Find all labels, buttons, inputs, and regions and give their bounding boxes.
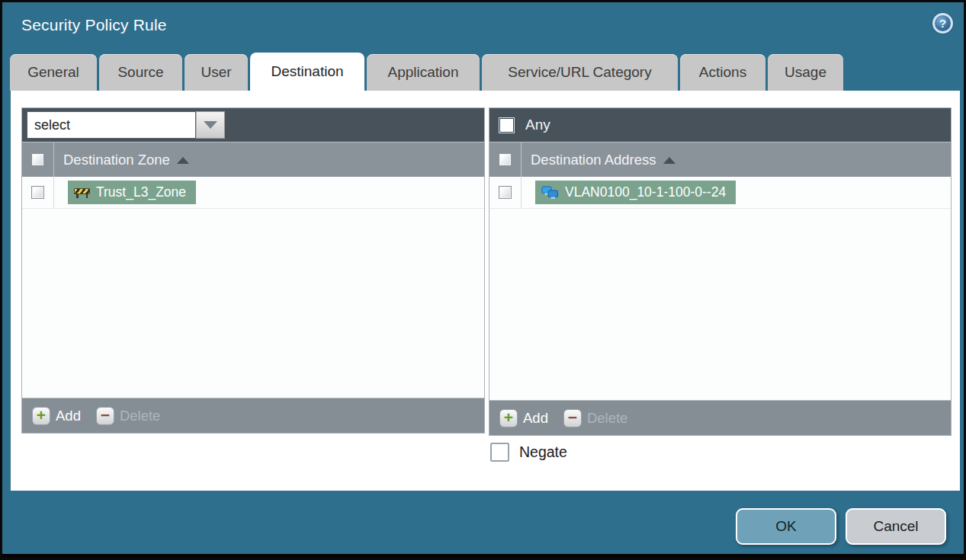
zone-select-all-checkbox[interactable] (31, 153, 44, 166)
negate-checkbox[interactable] (490, 443, 509, 462)
zone-panel-footer: + Add − Delete (22, 398, 484, 433)
zone-column-title[interactable]: Destination Zone (54, 152, 189, 168)
address-list: VLAN0100_10-1-100-0--24 (489, 177, 951, 400)
address-column-title[interactable]: Destination Address (522, 152, 676, 168)
tab-source[interactable]: Source (99, 54, 182, 91)
address-delete-label: Delete (587, 410, 627, 427)
address-column-label: Destination Address (531, 152, 656, 168)
minus-icon: − (563, 409, 582, 427)
address-panel-footer: + Add − Delete (489, 400, 951, 435)
tab-application[interactable]: Application (367, 54, 480, 91)
address-item-label: VLAN0100_10-1-100-0--24 (565, 184, 726, 200)
tab-user[interactable]: User (185, 54, 248, 91)
zone-delete-label: Delete (120, 408, 160, 424)
zone-select-all-cell (22, 142, 54, 177)
address-delete-button[interactable]: − Delete (563, 409, 627, 427)
ok-button[interactable]: OK (736, 508, 836, 545)
zone-column-label: Destination Zone (63, 152, 170, 168)
address-row: VLAN0100_10-1-100-0--24 (489, 177, 951, 209)
zone-item-label: Trust_L3_Zone (96, 184, 186, 200)
network-address-icon (541, 186, 559, 200)
tab-actions[interactable]: Actions (680, 54, 765, 91)
zone-add-button[interactable]: + Add (32, 407, 81, 425)
address-add-button[interactable]: + Add (499, 409, 548, 427)
zone-row-checkbox[interactable] (31, 186, 44, 199)
plus-icon: + (32, 407, 50, 425)
destination-zone-panel: select Destination Zone (21, 107, 485, 434)
address-row-checkbox[interactable] (499, 186, 512, 199)
minus-icon: − (96, 407, 114, 425)
security-policy-rule-dialog: Security Policy Rule ? General Source Us… (0, 0, 966, 560)
any-checkbox[interactable] (499, 117, 515, 133)
plus-icon: + (499, 409, 518, 427)
help-question-icon[interactable]: ? (932, 13, 953, 34)
negate-option: Negate (490, 443, 567, 462)
zone-item[interactable]: Trust_L3_Zone (68, 181, 196, 204)
sort-ascending-icon (177, 157, 189, 164)
zone-filter-select[interactable]: select (27, 111, 225, 139)
address-select-all-cell (489, 142, 522, 177)
zone-row: Trust_L3_Zone (22, 177, 484, 209)
tab-usage[interactable]: Usage (768, 54, 843, 91)
address-item[interactable]: VLAN0100_10-1-100-0--24 (535, 181, 736, 204)
zone-filter-value[interactable]: select (27, 111, 196, 139)
sort-ascending-icon (663, 157, 676, 164)
window-border (2, 554, 964, 558)
cancel-button[interactable]: Cancel (846, 508, 946, 545)
destination-tab-content: select Destination Zone (11, 91, 960, 491)
zone-row-checkbox-cell (22, 177, 54, 208)
zone-add-label: Add (56, 408, 81, 424)
tab-general[interactable]: General (10, 54, 97, 91)
tab-destination[interactable]: Destination (250, 53, 364, 91)
zone-delete-button[interactable]: − Delete (96, 407, 160, 425)
zone-column-header: Destination Zone (22, 142, 484, 177)
zone-list: Trust_L3_Zone (22, 177, 484, 398)
dialog-title: Security Policy Rule (21, 16, 167, 34)
zone-barrier-icon (74, 187, 90, 198)
address-select-all-checkbox[interactable] (499, 153, 512, 166)
address-row-checkbox-cell (489, 177, 522, 208)
tab-service-url-category[interactable]: Service/URL Category (482, 54, 678, 91)
zone-panel-toolbar: select (22, 108, 484, 142)
any-label: Any (525, 117, 550, 133)
destination-address-panel: Any Destination Address (489, 107, 952, 436)
address-panel-toolbar: Any (489, 108, 951, 142)
address-add-label: Add (523, 410, 548, 427)
address-column-header: Destination Address (489, 142, 951, 177)
negate-label: Negate (519, 443, 567, 461)
tab-bar: General Source User Destination Applicat… (10, 54, 843, 91)
chevron-down-icon[interactable] (196, 111, 225, 139)
